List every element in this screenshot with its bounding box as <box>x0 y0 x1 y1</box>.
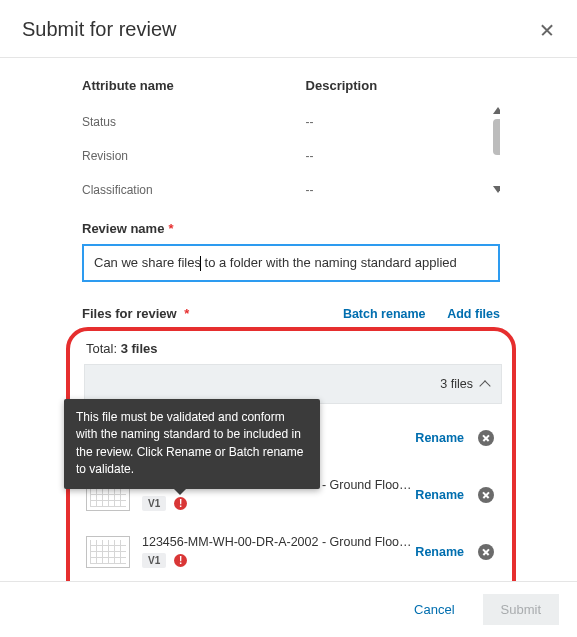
rename-link[interactable]: Rename <box>415 431 464 445</box>
rename-link[interactable]: Rename <box>415 488 464 502</box>
attr-desc: -- <box>306 183 500 195</box>
attr-name: Classification <box>82 183 306 195</box>
batch-rename-link[interactable]: Batch rename <box>343 307 426 321</box>
notes-section-toggle[interactable]: Notes <box>84 580 502 581</box>
required-icon: * <box>181 306 190 321</box>
modal-scroll[interactable]: Attribute name Description Status -- Rev… <box>0 58 577 581</box>
file-thumbnail[interactable] <box>86 536 130 568</box>
close-icon[interactable] <box>539 22 555 38</box>
attr-desc: -- <box>306 149 500 163</box>
remove-file-icon[interactable] <box>478 487 494 503</box>
files-header: Files for review * Batch rename Add file… <box>82 306 500 321</box>
attributes-rows-viewport: Status -- Revision -- Classification -- <box>82 105 500 195</box>
modal-footer: Cancel Submit <box>0 581 577 637</box>
total-label: Total: <box>86 341 121 356</box>
review-name-input[interactable]: Can we share files to a folder with the … <box>82 244 500 282</box>
rename-link[interactable]: Rename <box>415 545 464 559</box>
attributes-scrollbar[interactable] <box>491 105 500 195</box>
folder-file-count: 3 files <box>440 377 473 391</box>
attr-col-name: Attribute name <box>82 78 306 93</box>
attr-name: Revision <box>82 149 306 163</box>
files-actions: Batch rename Add files <box>325 306 500 321</box>
review-name-label: Review name* <box>82 221 567 236</box>
attributes-header: Attribute name Description <box>82 72 500 105</box>
required-icon: * <box>168 221 173 236</box>
file-row: 123456-MM-WH-00-DR-A-2002 - Ground Floor… <box>84 523 502 580</box>
attr-row: Classification -- <box>82 173 500 195</box>
chevron-up-icon <box>479 380 490 391</box>
total-value: 3 files <box>121 341 158 356</box>
attr-row: Status -- <box>82 105 500 139</box>
review-input-text-post: to a folder with the naming standard app… <box>201 255 457 270</box>
remove-file-icon[interactable] <box>478 544 494 560</box>
tooltip-text: This file must be validated and conform … <box>76 410 303 476</box>
warning-icon[interactable]: ! <box>174 497 187 510</box>
add-files-link[interactable]: Add files <box>447 307 500 321</box>
review-name-text: Review name <box>82 221 164 236</box>
submit-review-modal: Submit for review Attribute name Descrip… <box>0 0 577 637</box>
scroll-thumb[interactable] <box>493 119 500 155</box>
remove-file-icon[interactable] <box>478 430 494 446</box>
attr-desc: -- <box>306 115 500 129</box>
attr-col-desc: Description <box>306 78 500 93</box>
validation-tooltip: This file must be validated and conform … <box>64 399 320 489</box>
cancel-button[interactable]: Cancel <box>396 594 472 625</box>
scroll-up-icon[interactable] <box>493 107 500 114</box>
file-meta: 123456-MM-WH-00-DR-A-2002 - Ground Floor… <box>142 535 415 568</box>
version-badge: V1 <box>142 553 166 568</box>
file-name: 123456-MM-WH-00-DR-A-2002 - Ground Floor… <box>142 535 415 549</box>
modal-header: Submit for review <box>0 0 577 58</box>
modal-body: Attribute name Description Status -- Rev… <box>0 58 577 581</box>
files-label-text: Files for review <box>82 306 177 321</box>
review-input-text-pre: Can we share files <box>94 255 201 270</box>
files-label: Files for review * <box>82 306 189 321</box>
scroll-down-icon[interactable] <box>493 186 500 193</box>
warning-icon[interactable]: ! <box>174 554 187 567</box>
modal-title: Submit for review <box>22 18 177 41</box>
files-total: Total: 3 files <box>84 337 502 364</box>
submit-button[interactable]: Submit <box>483 594 559 625</box>
attr-row: Revision -- <box>82 139 500 173</box>
version-badge: V1 <box>142 496 166 511</box>
attributes-table: Attribute name Description Status -- Rev… <box>82 72 500 195</box>
attr-name: Status <box>82 115 306 129</box>
